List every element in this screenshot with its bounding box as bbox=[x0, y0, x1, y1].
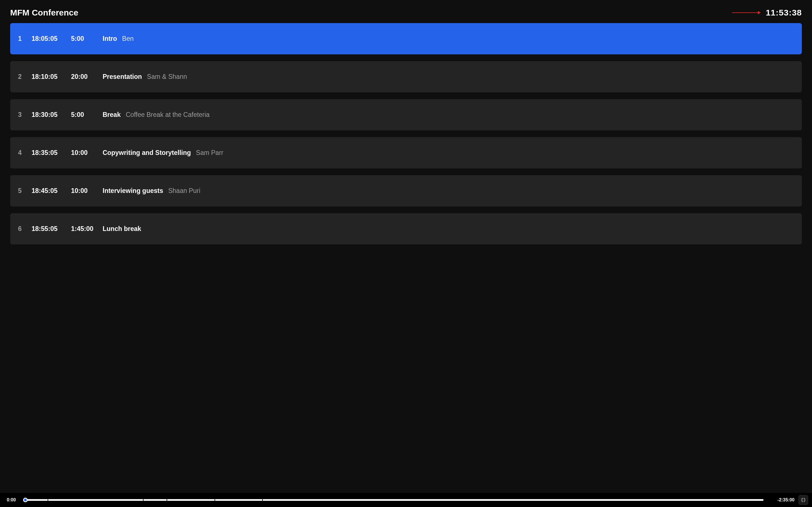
timeline-segment[interactable] bbox=[24, 499, 48, 501]
segment-subtitle: Shaan Puri bbox=[168, 187, 200, 194]
segment-index: 2 bbox=[18, 73, 32, 80]
header-right: 11:53:38 bbox=[732, 8, 802, 17]
segment-row[interactable]: 618:55:051:45:00Lunch break bbox=[10, 213, 802, 244]
timeline-thumb[interactable] bbox=[23, 498, 28, 502]
remaining-time: -2:35:00 bbox=[767, 497, 795, 503]
segment-index: 6 bbox=[18, 225, 32, 233]
timeline-segment[interactable] bbox=[167, 499, 215, 501]
timeline-segment[interactable] bbox=[144, 499, 167, 501]
segment-title: Copywriting and Storytelling bbox=[103, 149, 191, 157]
segment-duration: 5:00 bbox=[71, 35, 103, 43]
segment-start: 18:30:05 bbox=[32, 111, 71, 119]
segment-index: 3 bbox=[18, 111, 32, 119]
segment-duration: 5:00 bbox=[71, 111, 103, 119]
segment-index: 1 bbox=[18, 35, 32, 43]
segment-duration: 20:00 bbox=[71, 73, 103, 80]
segment-row[interactable]: 418:35:0510:00Copywriting and Storytelli… bbox=[10, 137, 802, 168]
exit-fullscreen-button[interactable] bbox=[799, 495, 808, 505]
segment-title: Interviewing guests bbox=[103, 187, 163, 194]
segment-duration: 10:00 bbox=[71, 187, 103, 194]
clock: 11:53:38 bbox=[766, 8, 802, 17]
segment-duration: 10:00 bbox=[71, 149, 103, 157]
segment-list[interactable]: 118:05:055:00IntroBen218:10:0520:00Prese… bbox=[0, 23, 812, 493]
player-bar: 0:00 -2:35:00 bbox=[0, 493, 812, 507]
timeline-segment[interactable] bbox=[48, 499, 144, 501]
header: MFM Conference 11:53:38 bbox=[0, 0, 812, 23]
segment-start: 18:05:05 bbox=[32, 35, 71, 43]
event-title: MFM Conference bbox=[10, 8, 79, 17]
timeline-track[interactable] bbox=[24, 499, 763, 501]
timeline-segment[interactable] bbox=[215, 499, 263, 501]
segment-start: 18:55:05 bbox=[32, 225, 71, 233]
elapsed-time: 0:00 bbox=[7, 497, 20, 503]
exit-fullscreen-icon bbox=[801, 498, 806, 502]
segment-subtitle: Ben bbox=[122, 35, 134, 43]
segment-index: 4 bbox=[18, 149, 32, 157]
timeline[interactable] bbox=[24, 498, 763, 502]
segment-title: Lunch break bbox=[103, 225, 141, 233]
segment-title: Presentation bbox=[103, 73, 142, 80]
segment-subtitle: Sam Parr bbox=[196, 149, 223, 157]
segment-row[interactable]: 218:10:0520:00PresentationSam & Shann bbox=[10, 61, 802, 93]
segment-title: Intro bbox=[103, 35, 117, 43]
segment-row[interactable]: 318:30:055:00BreakCoffee Break at the Ca… bbox=[10, 99, 802, 130]
app-root: MFM Conference 11:53:38 118:05:055:00Int… bbox=[0, 0, 812, 507]
segment-start: 18:10:05 bbox=[32, 73, 71, 80]
segment-subtitle: Sam & Shann bbox=[147, 73, 187, 80]
arrow-icon bbox=[732, 12, 760, 13]
segment-title: Break bbox=[103, 111, 121, 119]
segment-row[interactable]: 118:05:055:00IntroBen bbox=[10, 23, 802, 54]
segment-start: 18:45:05 bbox=[32, 187, 71, 194]
segment-duration: 1:45:00 bbox=[71, 225, 103, 233]
segment-row[interactable]: 518:45:0510:00Interviewing guestsShaan P… bbox=[10, 175, 802, 207]
segment-index: 5 bbox=[18, 187, 32, 194]
segment-start: 18:35:05 bbox=[32, 149, 71, 157]
segment-subtitle: Coffee Break at the Cafeteria bbox=[126, 111, 209, 119]
timeline-segment[interactable] bbox=[263, 499, 763, 501]
